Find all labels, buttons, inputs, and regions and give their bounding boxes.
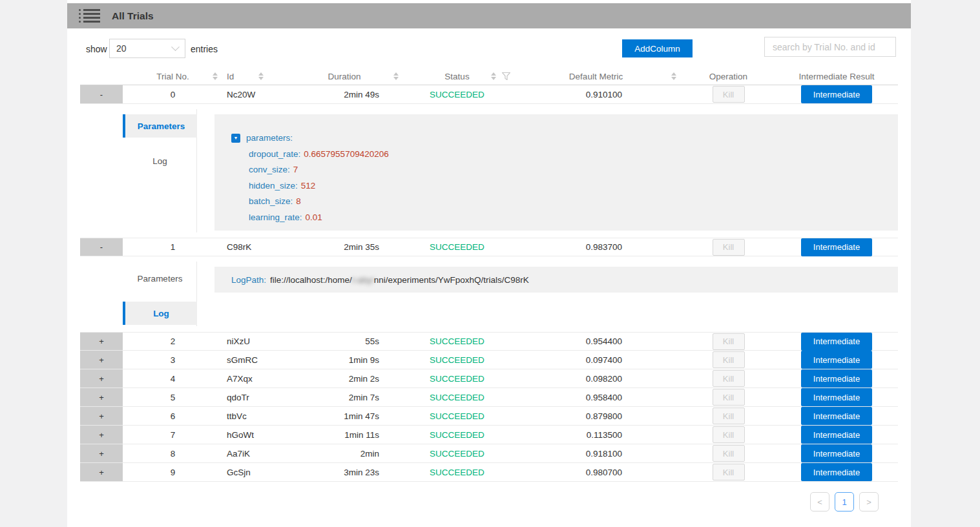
header-operation: Operation xyxy=(682,68,775,85)
trial-no: 6 xyxy=(123,407,223,425)
status-badge: SUCCEEDED xyxy=(404,369,510,388)
trial-id: Aa7iK xyxy=(223,444,300,462)
trial-no: 3 xyxy=(123,351,223,369)
collapse-row-button[interactable]: - xyxy=(80,238,123,256)
collapse-json-icon[interactable]: ▼ xyxy=(231,134,240,143)
intermediate-button[interactable]: Intermediate xyxy=(801,463,872,481)
trial-id: A7Xqx xyxy=(223,369,300,388)
tab-log[interactable]: Log xyxy=(123,149,197,172)
kill-button[interactable]: Kill xyxy=(713,408,745,424)
table-row: + 8 Aa7iK 2min SUCCEEDED 0.918100 Kill I… xyxy=(80,444,898,463)
default-metric: 0.879800 xyxy=(510,407,682,425)
intermediate-button[interactable]: Intermediate xyxy=(801,369,872,388)
kill-button[interactable]: Kill xyxy=(713,351,745,368)
table-row: + 7 hGoWt 1min 11s SUCCEEDED 0.113500 Ki… xyxy=(80,426,898,444)
status-badge: SUCCEEDED xyxy=(404,238,510,256)
page-1-button[interactable]: 1 xyxy=(835,492,854,512)
sort-icon[interactable] xyxy=(671,72,676,80)
search-input[interactable] xyxy=(764,37,896,57)
expand-row-button[interactable]: + xyxy=(80,444,123,462)
detail-tabs: Parameters Log xyxy=(80,262,197,326)
table-row: + 5 qdoTr 2min 7s SUCCEEDED 0.958400 Kil… xyxy=(80,388,898,407)
header-duration[interactable]: Duration xyxy=(300,68,404,85)
trial-id: qdoTr xyxy=(223,388,300,406)
expand-row-button[interactable]: + xyxy=(80,426,123,444)
trial-id: sGmRC xyxy=(223,351,300,369)
intermediate-button[interactable]: Intermediate xyxy=(801,407,872,425)
intermediate-button[interactable]: Intermediate xyxy=(801,444,872,462)
table-row: + 9 GcSjn 3min 23s SUCCEEDED 0.980700 Ki… xyxy=(80,463,898,482)
status-badge: SUCCEEDED xyxy=(404,351,510,369)
expand-row-button[interactable]: + xyxy=(80,333,123,350)
trial-duration: 1min 47s xyxy=(300,407,404,425)
intermediate-button[interactable]: Intermediate xyxy=(801,85,872,103)
detail-tabs: Parameters Log xyxy=(80,109,197,232)
intermediate-button[interactable]: Intermediate xyxy=(801,238,872,256)
expand-row-button[interactable]: + xyxy=(80,463,123,481)
filter-icon[interactable] xyxy=(502,72,510,80)
intermediate-button[interactable]: Intermediate xyxy=(801,351,872,369)
prev-page-button[interactable]: < xyxy=(810,492,829,512)
table-row: + 2 niXzU 55s SUCCEEDED 0.954400 Kill In… xyxy=(80,332,898,351)
entries-label: entries xyxy=(191,44,218,54)
param-line: hidden_size:512 xyxy=(231,178,898,194)
tab-parameters[interactable]: Parameters xyxy=(123,114,197,138)
default-metric: 0.958400 xyxy=(510,388,682,406)
table-header-row: Trial No. Id Duration Status Default Met… xyxy=(80,68,898,85)
default-metric: 0.954400 xyxy=(510,333,682,350)
header-trial-no[interactable]: Trial No. xyxy=(123,68,223,85)
header-status[interactable]: Status xyxy=(404,68,510,85)
status-badge: SUCCEEDED xyxy=(404,333,510,350)
expand-row-button[interactable]: + xyxy=(80,351,123,369)
table-row: + 6 ttbVc 1min 47s SUCCEEDED 0.879800 Ki… xyxy=(80,407,898,426)
sort-icon[interactable] xyxy=(213,72,218,80)
param-line: learning_rate:0.01 xyxy=(231,210,898,226)
trial-no: 1 xyxy=(123,238,223,256)
add-column-button[interactable]: AddColumn xyxy=(622,39,693,57)
header-id[interactable]: Id xyxy=(223,68,300,85)
kill-button[interactable]: Kill xyxy=(713,426,745,443)
header-default-metric[interactable]: Default Metric xyxy=(510,68,682,85)
sort-icon[interactable] xyxy=(393,72,399,80)
trial-no: 0 xyxy=(123,85,223,103)
expand-row-button[interactable]: + xyxy=(80,388,123,406)
titlebar: All Trials xyxy=(67,3,911,28)
kill-button[interactable]: Kill xyxy=(713,333,745,350)
default-metric: 0.097400 xyxy=(510,351,682,369)
collapse-row-button[interactable]: - xyxy=(80,85,123,103)
trial-duration: 2min xyxy=(300,444,404,462)
trial-no: 7 xyxy=(123,426,223,444)
param-line: batch_size:8 xyxy=(231,194,898,210)
trials-table: Trial No. Id Duration Status Default Met… xyxy=(80,68,898,482)
default-metric: 0.098200 xyxy=(510,369,682,388)
next-page-button[interactable]: > xyxy=(859,492,879,512)
kill-button[interactable]: Kill xyxy=(713,370,745,387)
kill-button[interactable]: Kill xyxy=(713,389,745,406)
sort-icon[interactable] xyxy=(258,72,264,80)
intermediate-button[interactable]: Intermediate xyxy=(801,426,872,444)
default-metric: 0.910100 xyxy=(510,85,682,103)
kill-button[interactable]: Kill xyxy=(713,86,745,103)
trial-id: niXzU xyxy=(223,333,300,350)
tab-log[interactable]: Log xyxy=(123,302,197,325)
expand-row-button[interactable]: + xyxy=(80,369,123,388)
trial-duration: 55s xyxy=(300,333,404,350)
expand-row-button[interactable]: + xyxy=(80,407,123,425)
trial-duration: 2min 49s xyxy=(300,85,404,103)
kill-button[interactable]: Kill xyxy=(713,464,745,480)
status-badge: SUCCEEDED xyxy=(404,426,510,444)
default-metric: 0.980700 xyxy=(510,463,682,481)
entries-select[interactable]: 20 xyxy=(109,39,185,58)
json-root-key: parameters: xyxy=(246,130,293,147)
trial-no: 2 xyxy=(123,333,223,350)
trial-no: 9 xyxy=(123,463,223,481)
kill-button[interactable]: Kill xyxy=(713,239,745,256)
row0-detail-panel: Parameters Log ▼ parameters: dropout_rat… xyxy=(80,109,898,232)
sort-icon[interactable] xyxy=(491,72,496,80)
all-trials-panel: All Trials show 20 entries AddColumn Tri… xyxy=(67,0,911,527)
trial-duration: 1min 11s xyxy=(300,426,404,444)
kill-button[interactable]: Kill xyxy=(713,445,745,462)
tab-parameters[interactable]: Parameters xyxy=(123,267,197,290)
intermediate-button[interactable]: Intermediate xyxy=(801,388,872,406)
intermediate-button[interactable]: Intermediate xyxy=(801,333,872,351)
